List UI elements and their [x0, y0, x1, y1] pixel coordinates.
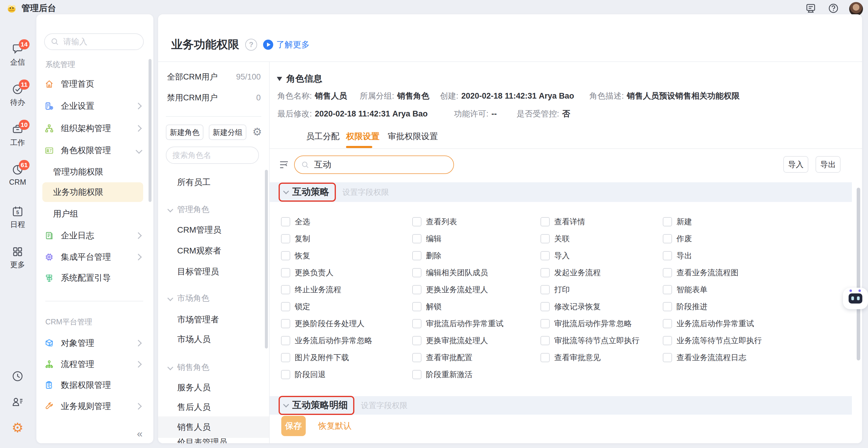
role-search-input[interactable] — [172, 150, 255, 160]
role-group-sales[interactable]: 销售角色 — [158, 359, 269, 376]
contacts-button[interactable] — [0, 395, 35, 409]
checkbox[interactable] — [663, 302, 672, 311]
workbench-monitor-icon[interactable] — [805, 2, 817, 14]
permission-item[interactable]: 查看业务流流程日志 — [663, 349, 830, 366]
sidebar-subitem-user-groups[interactable]: 用户组 — [36, 204, 153, 224]
checkbox[interactable] — [412, 285, 422, 294]
permission-item[interactable]: 更换业务流处理人 — [412, 281, 540, 298]
section-title[interactable]: 互动策略明细 — [292, 399, 348, 411]
checkbox[interactable] — [412, 251, 422, 260]
sidebar-item-enterprise-settings[interactable]: 企业设置 — [36, 97, 153, 115]
permission-item[interactable]: 编辑相关团队成员 — [412, 264, 540, 281]
chevron-down-icon[interactable] — [283, 188, 289, 194]
nav-scrollbar[interactable] — [149, 59, 152, 202]
ai-assistant-button[interactable] — [843, 288, 868, 309]
checkbox[interactable] — [663, 234, 672, 243]
checkbox[interactable] — [412, 217, 422, 227]
checkbox[interactable] — [281, 302, 290, 311]
sidebar-item-system-config-guide[interactable]: 系统配置引导 — [36, 268, 153, 287]
permission-item[interactable]: 查看列表 — [412, 213, 540, 230]
permission-item[interactable]: 阶段重新激活 — [412, 366, 540, 383]
permission-item[interactable]: 智能表单 — [663, 281, 830, 298]
permission-item[interactable]: 新建 — [663, 213, 830, 230]
sidebar-item-business-rules[interactable]: 业务规则管理 — [36, 397, 153, 416]
role-item-aftersales-staff[interactable]: 售后人员 — [158, 398, 269, 417]
sidebar-item-data-permission[interactable]: 数据权限管理 — [36, 376, 153, 395]
sidebar-item-integration-platform[interactable]: 集成平台管理 — [36, 247, 153, 267]
sidebar-item-admin-home[interactable]: 管理首页 — [36, 74, 153, 94]
checkbox[interactable] — [281, 268, 290, 277]
permission-item[interactable]: 全选 — [281, 213, 412, 230]
permission-item[interactable]: 更换负责人 — [281, 264, 412, 281]
rail-item-crm[interactable]: 61 CRM — [0, 164, 35, 186]
checkbox[interactable] — [281, 285, 290, 294]
permission-item[interactable]: 业务流等待节点立即执行 — [663, 332, 830, 349]
rail-item-schedule[interactable]: 5 日程 — [0, 205, 35, 229]
nav-search-input[interactable] — [63, 37, 140, 47]
user-avatar[interactable] — [849, 2, 863, 16]
permission-item[interactable]: 更换阶段任务处理人 — [281, 315, 412, 332]
new-group-button[interactable]: 新建分组 — [209, 125, 246, 140]
role-item-market-staff[interactable]: 市场人员 — [158, 330, 269, 349]
role-item-service-staff[interactable]: 服务人员 — [158, 378, 269, 398]
checkbox[interactable] — [663, 285, 672, 294]
checkbox[interactable] — [540, 353, 550, 362]
permission-item[interactable]: 删除 — [412, 247, 540, 264]
checkbox[interactable] — [281, 336, 290, 345]
role-item-all-employees[interactable]: 所有员工 — [158, 172, 269, 192]
role-item-target-admin[interactable]: 目标管理员 — [158, 262, 269, 281]
content-scrollbar[interactable] — [857, 188, 860, 360]
permission-item[interactable]: 业务流后动作异常忽略 — [281, 332, 412, 349]
sidebar-item-enterprise-log[interactable]: 企业日志 — [36, 226, 153, 245]
permission-item[interactable]: 查看审批配置 — [412, 349, 540, 366]
chevron-down-icon[interactable] — [283, 402, 289, 408]
sidebar-item-object-management[interactable]: 对象管理 — [36, 334, 153, 353]
collapse-sidebar-button[interactable]: « — [137, 428, 143, 439]
set-field-permission-link[interactable]: 设置字段权限 — [361, 400, 407, 411]
tab-approval-permission-settings[interactable]: 审批权限设置 — [388, 128, 438, 145]
nav-search[interactable] — [44, 33, 144, 50]
checkbox[interactable] — [540, 319, 550, 328]
checkbox[interactable] — [663, 268, 672, 277]
permission-item[interactable]: 打印 — [540, 281, 663, 298]
checkbox[interactable] — [412, 353, 422, 362]
permission-search-input[interactable] — [313, 160, 451, 170]
permission-search[interactable] — [294, 156, 454, 174]
export-button[interactable]: 导出 — [815, 156, 841, 173]
save-button[interactable]: 保存 — [281, 416, 306, 436]
checkbox[interactable] — [281, 217, 290, 227]
permission-item[interactable]: 关联 — [540, 230, 663, 247]
checkbox[interactable] — [281, 251, 290, 260]
checkbox[interactable] — [663, 336, 672, 345]
sidebar-item-process-management[interactable]: 流程管理 — [36, 355, 153, 374]
permission-item[interactable]: 导入 — [540, 247, 663, 264]
tab-employee-assignment[interactable]: 员工分配 — [306, 128, 339, 145]
section-title[interactable]: 互动策略 — [292, 185, 329, 198]
checkbox[interactable] — [281, 370, 290, 379]
learn-more-link[interactable]: 了解更多 — [263, 39, 310, 50]
sidebar-subitem-business-function-perms[interactable]: 业务功能权限 — [42, 182, 143, 202]
permission-item[interactable]: 业务流后动作异常重试 — [663, 315, 830, 332]
page-help-icon[interactable]: ? — [245, 39, 257, 50]
permission-item[interactable]: 解锁 — [412, 298, 540, 315]
checkbox[interactable] — [412, 336, 422, 345]
role-item-pricebook-admin-partial[interactable]: 价目表管理员 — [177, 438, 227, 443]
checkbox[interactable] — [540, 268, 550, 277]
role-group-market[interactable]: 市场角色 — [158, 290, 269, 307]
checkbox[interactable] — [540, 234, 550, 243]
permission-item[interactable]: 锁定 — [281, 298, 412, 315]
rail-item-work[interactable]: 10 工作 — [0, 123, 35, 147]
permission-item[interactable]: 图片及附件下载 — [281, 349, 412, 366]
permission-item[interactable]: 恢复 — [281, 247, 412, 264]
permission-item[interactable]: 查看详情 — [540, 213, 663, 230]
settings-button[interactable]: ⚙ — [0, 421, 35, 434]
permission-item[interactable]: 更换审批流处理人 — [412, 332, 540, 349]
role-info-header[interactable]: 角色信息 — [277, 73, 322, 85]
sidebar-item-role-permission[interactable]: 角色权限管理 — [36, 141, 153, 160]
checkbox[interactable] — [540, 285, 550, 294]
checkbox[interactable] — [412, 302, 422, 311]
history-button[interactable] — [0, 370, 35, 383]
permission-item[interactable]: 修改记录恢复 — [540, 298, 663, 315]
checkbox[interactable] — [412, 319, 422, 328]
new-role-button[interactable]: 新建角色 — [166, 125, 204, 140]
